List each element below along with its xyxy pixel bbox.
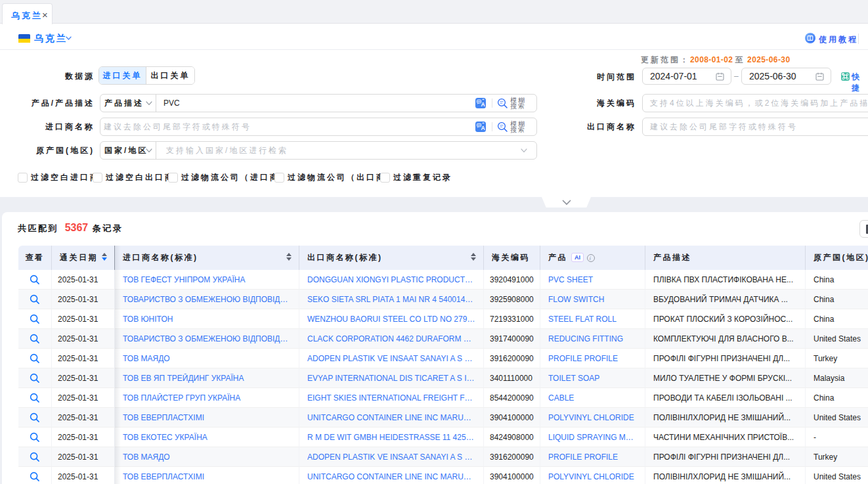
svg-text:A: A [481, 125, 485, 131]
svg-text:A: A [481, 101, 485, 108]
